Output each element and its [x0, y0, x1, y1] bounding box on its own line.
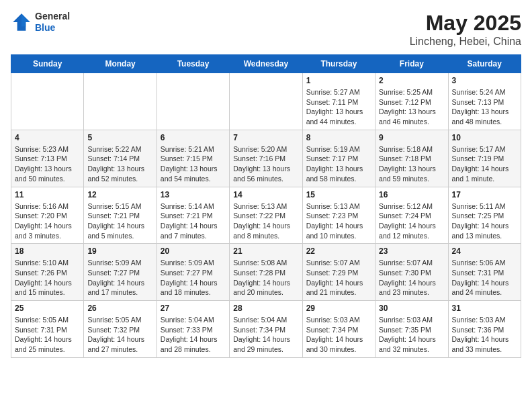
day-info: Sunrise: 5:21 AM Sunset: 7:15 PM Dayligh… [161, 144, 226, 184]
logo-icon [11, 11, 32, 33]
day-info: Sunrise: 5:16 AM Sunset: 7:20 PM Dayligh… [15, 201, 80, 241]
day-info: Sunrise: 5:03 AM Sunset: 7:36 PM Dayligh… [452, 315, 517, 355]
calendar-week-row: 18Sunrise: 5:10 AM Sunset: 7:26 PM Dayli… [11, 244, 521, 301]
day-number: 11 [15, 190, 80, 199]
day-number: 15 [306, 190, 371, 199]
day-number: 8 [306, 133, 371, 142]
calendar-cell: 19Sunrise: 5:09 AM Sunset: 7:27 PM Dayli… [84, 244, 157, 301]
day-number: 20 [161, 246, 226, 256]
day-number: 31 [452, 304, 517, 313]
calendar-week-row: 4Sunrise: 5:23 AM Sunset: 7:13 PM Daylig… [11, 130, 521, 187]
day-info: Sunrise: 5:08 AM Sunset: 7:28 PM Dayligh… [233, 258, 298, 298]
calendar-cell: 1Sunrise: 5:27 AM Sunset: 7:11 PM Daylig… [302, 73, 375, 130]
day-number: 14 [233, 190, 298, 199]
calendar-header-row: SundayMondayTuesdayWednesdayThursdayFrid… [11, 55, 521, 73]
svg-marker-1 [21, 13, 30, 26]
calendar-cell: 17Sunrise: 5:11 AM Sunset: 7:25 PM Dayli… [448, 187, 521, 244]
day-number: 22 [306, 246, 371, 256]
day-info: Sunrise: 5:15 AM Sunset: 7:21 PM Dayligh… [87, 201, 152, 241]
day-number: 4 [15, 133, 80, 142]
day-info: Sunrise: 5:19 AM Sunset: 7:17 PM Dayligh… [306, 144, 371, 184]
day-of-week-header: Friday [375, 55, 448, 73]
calendar-cell: 16Sunrise: 5:12 AM Sunset: 7:24 PM Dayli… [375, 187, 448, 244]
calendar-cell: 6Sunrise: 5:21 AM Sunset: 7:15 PM Daylig… [157, 130, 229, 187]
day-info: Sunrise: 5:24 AM Sunset: 7:13 PM Dayligh… [452, 87, 517, 127]
calendar-cell: 15Sunrise: 5:13 AM Sunset: 7:23 PM Dayli… [302, 187, 375, 244]
day-info: Sunrise: 5:05 AM Sunset: 7:32 PM Dayligh… [87, 315, 152, 355]
calendar-cell: 7Sunrise: 5:20 AM Sunset: 7:16 PM Daylig… [230, 130, 302, 187]
day-info: Sunrise: 5:20 AM Sunset: 7:16 PM Dayligh… [233, 144, 298, 184]
day-number: 16 [379, 190, 444, 199]
day-number: 18 [15, 246, 80, 256]
day-number: 12 [87, 190, 152, 199]
day-number: 13 [161, 190, 226, 199]
calendar-cell: 24Sunrise: 5:06 AM Sunset: 7:31 PM Dayli… [448, 244, 521, 301]
day-number: 9 [379, 133, 444, 142]
day-info: Sunrise: 5:14 AM Sunset: 7:21 PM Dayligh… [161, 201, 226, 241]
day-number: 21 [233, 246, 298, 256]
day-info: Sunrise: 5:27 AM Sunset: 7:11 PM Dayligh… [306, 87, 371, 127]
day-of-week-header: Tuesday [157, 55, 229, 73]
calendar-cell: 31Sunrise: 5:03 AM Sunset: 7:36 PM Dayli… [448, 301, 521, 358]
day-info: Sunrise: 5:07 AM Sunset: 7:29 PM Dayligh… [306, 258, 371, 298]
day-number: 5 [87, 133, 152, 142]
day-number: 6 [161, 133, 226, 142]
day-info: Sunrise: 5:11 AM Sunset: 7:25 PM Dayligh… [452, 201, 517, 241]
calendar-cell [157, 73, 229, 130]
day-number: 17 [452, 190, 517, 199]
day-of-week-header: Sunday [11, 55, 84, 73]
day-info: Sunrise: 5:25 AM Sunset: 7:12 PM Dayligh… [379, 87, 444, 127]
day-info: Sunrise: 5:10 AM Sunset: 7:26 PM Dayligh… [15, 258, 80, 298]
calendar-cell: 12Sunrise: 5:15 AM Sunset: 7:21 PM Dayli… [84, 187, 157, 244]
calendar-week-row: 11Sunrise: 5:16 AM Sunset: 7:20 PM Dayli… [11, 187, 521, 244]
calendar-cell: 10Sunrise: 5:17 AM Sunset: 7:19 PM Dayli… [448, 130, 521, 187]
day-number: 10 [452, 133, 517, 142]
calendar-cell: 5Sunrise: 5:22 AM Sunset: 7:14 PM Daylig… [84, 130, 157, 187]
calendar-cell [230, 73, 302, 130]
day-of-week-header: Saturday [448, 55, 521, 73]
day-info: Sunrise: 5:17 AM Sunset: 7:19 PM Dayligh… [452, 144, 517, 184]
page-header: General Blue May 2025 Lincheng, Hebei, C… [11, 11, 521, 48]
calendar-cell: 28Sunrise: 5:04 AM Sunset: 7:34 PM Dayli… [230, 301, 302, 358]
calendar-cell: 4Sunrise: 5:23 AM Sunset: 7:13 PM Daylig… [11, 130, 84, 187]
calendar-cell: 18Sunrise: 5:10 AM Sunset: 7:26 PM Dayli… [11, 244, 84, 301]
day-number: 28 [233, 304, 298, 313]
day-of-week-header: Thursday [302, 55, 375, 73]
calendar-cell: 9Sunrise: 5:18 AM Sunset: 7:18 PM Daylig… [375, 130, 448, 187]
day-info: Sunrise: 5:03 AM Sunset: 7:35 PM Dayligh… [379, 315, 444, 355]
day-info: Sunrise: 5:07 AM Sunset: 7:30 PM Dayligh… [379, 258, 444, 298]
calendar-cell: 21Sunrise: 5:08 AM Sunset: 7:28 PM Dayli… [230, 244, 302, 301]
calendar-cell: 8Sunrise: 5:19 AM Sunset: 7:17 PM Daylig… [302, 130, 375, 187]
calendar-week-row: 25Sunrise: 5:05 AM Sunset: 7:31 PM Dayli… [11, 301, 521, 358]
calendar-cell: 13Sunrise: 5:14 AM Sunset: 7:21 PM Dayli… [157, 187, 229, 244]
day-number: 27 [161, 304, 226, 313]
day-info: Sunrise: 5:06 AM Sunset: 7:31 PM Dayligh… [452, 258, 517, 298]
day-number: 24 [452, 246, 517, 256]
day-number: 29 [306, 304, 371, 313]
day-number: 26 [87, 304, 152, 313]
calendar-cell: 23Sunrise: 5:07 AM Sunset: 7:30 PM Dayli… [375, 244, 448, 301]
calendar-cell: 2Sunrise: 5:25 AM Sunset: 7:12 PM Daylig… [375, 73, 448, 130]
title-block: May 2025 Lincheng, Hebei, China [410, 11, 521, 48]
calendar-cell [84, 73, 157, 130]
day-info: Sunrise: 5:12 AM Sunset: 7:24 PM Dayligh… [379, 201, 444, 241]
calendar-cell: 11Sunrise: 5:16 AM Sunset: 7:20 PM Dayli… [11, 187, 84, 244]
day-info: Sunrise: 5:13 AM Sunset: 7:23 PM Dayligh… [306, 201, 371, 241]
day-number: 2 [379, 76, 444, 85]
calendar-cell: 30Sunrise: 5:03 AM Sunset: 7:35 PM Dayli… [375, 301, 448, 358]
calendar-cell: 25Sunrise: 5:05 AM Sunset: 7:31 PM Dayli… [11, 301, 84, 358]
day-info: Sunrise: 5:18 AM Sunset: 7:18 PM Dayligh… [379, 144, 444, 184]
logo: General Blue [11, 11, 70, 34]
calendar-title: May 2025 [410, 11, 521, 36]
day-number: 30 [379, 304, 444, 313]
day-number: 1 [306, 76, 371, 85]
day-info: Sunrise: 5:22 AM Sunset: 7:14 PM Dayligh… [87, 144, 152, 184]
day-of-week-header: Wednesday [230, 55, 302, 73]
day-number: 7 [233, 133, 298, 142]
day-info: Sunrise: 5:09 AM Sunset: 7:27 PM Dayligh… [87, 258, 152, 298]
logo-text: General Blue [35, 11, 70, 34]
calendar-cell: 22Sunrise: 5:07 AM Sunset: 7:29 PM Dayli… [302, 244, 375, 301]
calendar-cell: 3Sunrise: 5:24 AM Sunset: 7:13 PM Daylig… [448, 73, 521, 130]
day-info: Sunrise: 5:13 AM Sunset: 7:22 PM Dayligh… [233, 201, 298, 241]
day-info: Sunrise: 5:23 AM Sunset: 7:13 PM Dayligh… [15, 144, 80, 184]
